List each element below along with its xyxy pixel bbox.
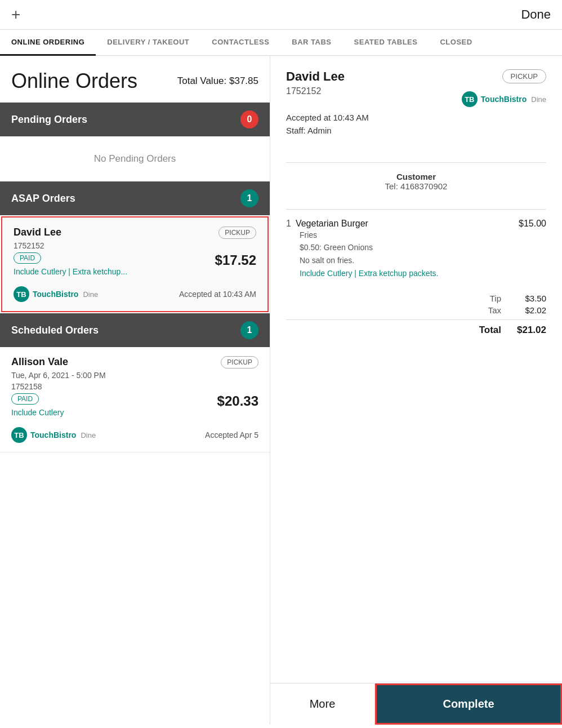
tip-row: Tip $3.50: [286, 294, 546, 303]
order-item-name: Vegetarian Burger: [296, 219, 368, 229]
order-item-qty: 1: [286, 219, 291, 229]
asap-orders-header: ASAP Orders 1: [0, 181, 270, 215]
total-label: Total: [479, 325, 501, 336]
tip-value: $3.50: [512, 294, 546, 303]
order-card-allison-vale[interactable]: Allison Vale PICKUP Tue, Apr 6, 2021 - 5…: [0, 347, 270, 452]
divider-1: [286, 162, 546, 163]
complete-button[interactable]: Complete: [375, 683, 562, 725]
order-name-allison: Allison Vale: [11, 356, 68, 368]
tab-contactless[interactable]: CONTACTLESS: [200, 30, 280, 56]
order-item-left: 1 Vegetarian Burger Fries $0.50: Green O…: [286, 219, 519, 278]
page-title: Online Orders: [11, 69, 137, 93]
asap-orders-badge: 1: [240, 189, 258, 207]
done-button[interactable]: Done: [521, 7, 551, 22]
totals-block: Tip $3.50 Tax $2.02 Total $21.02: [286, 294, 546, 336]
touchbistro-logo: TB TouchBistro Dine: [14, 286, 98, 302]
paid-badge-allison: PAID: [11, 393, 39, 405]
detail-customer-name: David Lee: [286, 69, 345, 84]
tax-value: $2.02: [512, 305, 546, 315]
order-item-price: $15.00: [519, 219, 546, 229]
total-value-final: $21.02: [512, 325, 546, 336]
order-card-david-lee-asap[interactable]: David Lee PICKUP 1752152 PAID Include Cu…: [1, 216, 269, 312]
tb-name: TouchBistro: [33, 290, 78, 299]
divider-2: [286, 209, 546, 210]
detail-tb-row: TB TouchBistro Dine: [462, 91, 546, 107]
touchbistro-logo-allison: TB TouchBistro Dine: [11, 427, 96, 443]
right-panel: David Lee 1752152 PICKUP TB TouchBistro …: [270, 56, 562, 725]
accepted-time: Accepted at 10:43 AM: [179, 290, 256, 299]
detail-pickup-badge: PICKUP: [502, 69, 546, 83]
page-header: Online Orders Total Value: $37.85: [0, 56, 270, 103]
detail-tb-name: TouchBistro: [481, 95, 527, 104]
tb-icon: TB: [14, 286, 29, 302]
pickup-badge-allison: PICKUP: [221, 356, 258, 369]
total-row: Total $21.02: [286, 319, 546, 336]
customer-tel: Tel: 4168370902: [286, 181, 546, 191]
accepted-time-allison: Accepted Apr 5: [205, 430, 258, 440]
detail-header: David Lee 1752152 PICKUP TB TouchBistro …: [286, 69, 546, 144]
modifier-2: $0.50: Green Onions: [300, 241, 519, 254]
order-notes-allison: Include Cutlery: [11, 408, 64, 417]
tab-seated-tables[interactable]: SEATED TABLES: [343, 30, 429, 56]
detail-staff: Staff: Admin: [286, 126, 546, 135]
action-bar: More Complete: [270, 683, 562, 725]
add-icon[interactable]: +: [11, 7, 20, 23]
tax-row: Tax $2.02: [286, 305, 546, 315]
tax-label: Tax: [488, 305, 501, 315]
order-item-notes: Include Cutlery | Extra ketchup packets.: [300, 269, 519, 278]
pending-orders-badge: 0: [240, 110, 258, 128]
paid-badge: PAID: [14, 252, 41, 264]
order-date-allison: Tue, Apr 6, 2021 - 5:00 PM: [11, 371, 258, 380]
tb-icon-allison: TB: [11, 427, 27, 443]
more-button[interactable]: More: [270, 683, 375, 725]
tab-bar-tabs[interactable]: BAR TABS: [280, 30, 342, 56]
detail-order-id: 1752152: [286, 86, 345, 96]
tb-dine-allison: Dine: [81, 431, 96, 440]
tip-label: Tip: [490, 294, 501, 303]
total-value: Total Value: $37.85: [177, 76, 258, 87]
order-id-allison: 1752158: [11, 382, 258, 391]
tab-closed[interactable]: CLOSED: [429, 30, 483, 56]
asap-orders-title: ASAP Orders: [11, 193, 75, 205]
customer-block: Customer Tel: 4168370902: [286, 172, 546, 191]
tab-online-ordering[interactable]: ONLINE ORDERING: [0, 30, 96, 56]
tb-name-allison: TouchBistro: [30, 430, 76, 440]
scheduled-orders-badge: 1: [240, 321, 258, 339]
modifier-3: No salt on fries.: [300, 254, 519, 267]
scheduled-orders-header: Scheduled Orders 1: [0, 313, 270, 347]
detail-tb-icon: TB: [462, 91, 478, 107]
order-item-modifiers: Fries $0.50: Green Onions No salt on fri…: [300, 229, 519, 267]
order-amount-allison: $20.33: [217, 393, 258, 409]
order-amount: $17.52: [215, 252, 256, 268]
pending-orders-header: Pending Orders 0: [0, 103, 270, 136]
no-pending-orders: No Pending Orders: [0, 136, 270, 181]
order-item-row: 1 Vegetarian Burger Fries $0.50: Green O…: [286, 219, 546, 278]
pickup-badge: PICKUP: [218, 227, 256, 239]
order-name: David Lee: [14, 227, 61, 238]
nav-tabs: ONLINE ORDERING DELIVERY / TAKEOUT CONTA…: [0, 30, 562, 56]
tab-delivery-takeout[interactable]: DELIVERY / TAKEOUT: [96, 30, 200, 56]
order-notes: Include Cutlery | Extra ketchup...: [14, 267, 127, 276]
left-panel: Online Orders Total Value: $37.85 Pendin…: [0, 56, 270, 725]
order-id: 1752152: [14, 241, 256, 250]
pending-orders-title: Pending Orders: [11, 114, 87, 126]
detail-tb-dine: Dine: [531, 95, 546, 104]
top-bar: + Done: [0, 0, 562, 30]
main-layout: Online Orders Total Value: $37.85 Pendin…: [0, 56, 562, 725]
modifier-1: Fries: [300, 229, 519, 241]
tb-dine: Dine: [83, 290, 98, 299]
detail-accepted-time: Accepted at 10:43 AM: [286, 113, 546, 122]
customer-label: Customer: [286, 172, 546, 181]
scheduled-orders-title: Scheduled Orders: [11, 325, 99, 336]
